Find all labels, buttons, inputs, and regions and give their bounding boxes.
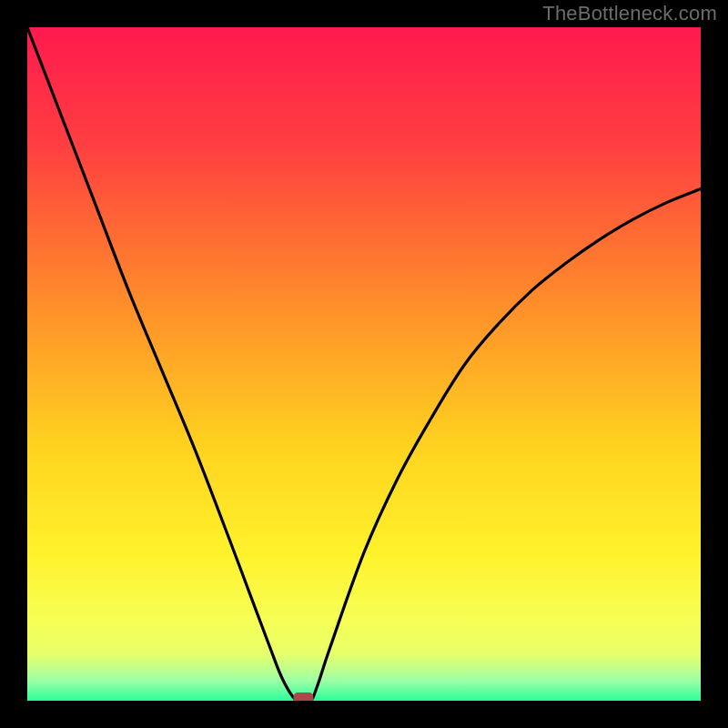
optimum-marker — [293, 693, 313, 701]
chart-svg — [27, 27, 701, 701]
watermark-label: TheBottleneck.com — [542, 2, 717, 25]
gradient-background — [27, 27, 701, 701]
chart-frame: TheBottleneck.com — [0, 0, 728, 728]
plot-area — [27, 27, 701, 701]
